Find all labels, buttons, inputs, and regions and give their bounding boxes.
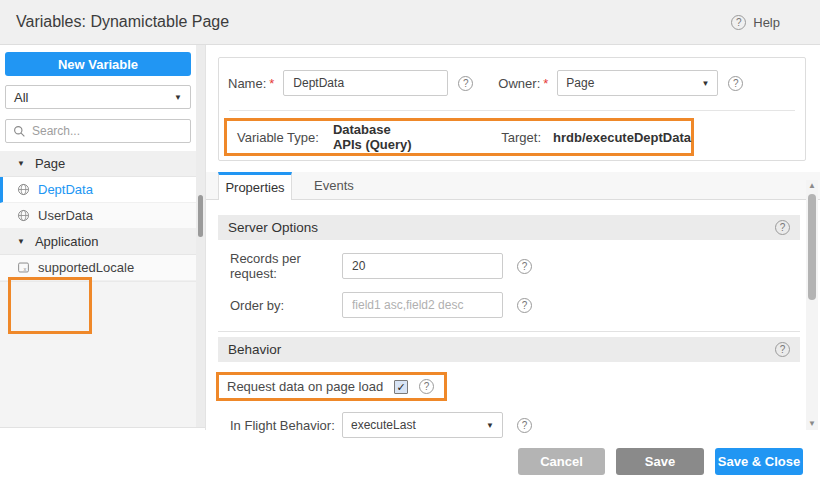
variables-sidebar: New Variable All ▼ ▼ Page DeptData bbox=[0, 45, 196, 428]
variable-detail-panel: Name: * ? Owner: * Page ▼ ? Variable Typ… bbox=[206, 45, 820, 430]
tab-label: Properties bbox=[225, 180, 284, 195]
help-icon[interactable]: ? bbox=[419, 379, 434, 394]
dialog-header: Variables: Dynamictable Page ? Help bbox=[0, 0, 820, 45]
collapse-arrow-icon: ▼ bbox=[17, 237, 25, 246]
server-options-section: Server Options ? Records per request: ? … bbox=[218, 215, 800, 332]
records-per-request-label: Records per request: bbox=[230, 251, 342, 281]
help-icon[interactable]: ? bbox=[458, 76, 473, 91]
in-flight-behavior-value: executeLast bbox=[351, 418, 416, 432]
help-label: Help bbox=[753, 15, 780, 30]
name-field[interactable] bbox=[283, 70, 448, 96]
help-icon[interactable]: ? bbox=[775, 342, 790, 357]
scroll-down-icon[interactable]: ▼ bbox=[806, 418, 818, 430]
owner-select[interactable]: Page ▼ bbox=[557, 70, 718, 96]
variable-type-highlight-box: Variable Type: Database APIs (Query) Tar… bbox=[224, 118, 694, 156]
name-label: Name: bbox=[228, 76, 266, 91]
server-options-header: Server Options ? bbox=[218, 215, 800, 240]
sidebar-item-userdata[interactable]: UserData bbox=[0, 203, 196, 229]
service-variable-icon bbox=[17, 183, 30, 196]
tab-events[interactable]: Events bbox=[292, 172, 376, 199]
section-title: Behavior bbox=[228, 342, 281, 357]
in-flight-behavior-label: In Flight Behavior: bbox=[230, 418, 342, 433]
tab-properties[interactable]: Properties bbox=[218, 172, 292, 200]
model-variable-icon: x bbox=[17, 261, 30, 274]
owner-value: Page bbox=[566, 76, 594, 90]
variable-type-value: Database APIs (Query) bbox=[333, 122, 419, 152]
sidebar-item-deptdata[interactable]: DeptData bbox=[0, 177, 196, 203]
save-button[interactable]: Save bbox=[616, 448, 704, 475]
variables-tree: ▼ Page DeptData UserData ▼ Application bbox=[0, 151, 196, 281]
section-bottom-border bbox=[218, 331, 800, 332]
help-icon[interactable]: ? bbox=[517, 418, 532, 433]
tree-item-label: DeptData bbox=[38, 182, 93, 197]
help-icon[interactable]: ? bbox=[517, 298, 532, 313]
behavior-section: Behavior ? Request data on page load ✓ ?… bbox=[218, 337, 800, 438]
chevron-down-icon: ▼ bbox=[701, 79, 709, 88]
help-icon[interactable]: ? bbox=[731, 15, 746, 30]
sidebar-scrollbar[interactable] bbox=[196, 45, 205, 428]
content-scrollbar-thumb[interactable] bbox=[808, 194, 816, 300]
behavior-header: Behavior ? bbox=[218, 337, 800, 362]
chevron-down-icon: ▼ bbox=[486, 421, 494, 430]
sidebar-scrollbar-thumb[interactable] bbox=[198, 195, 203, 237]
sidebar-item-supportedlocale[interactable]: x supportedLocale bbox=[0, 255, 196, 281]
search-input[interactable] bbox=[32, 124, 183, 138]
help-link[interactable]: ? Help bbox=[731, 15, 780, 30]
new-variable-button[interactable]: New Variable bbox=[5, 52, 191, 76]
collapse-arrow-icon: ▼ bbox=[17, 159, 25, 168]
service-variable-icon bbox=[17, 209, 30, 222]
required-marker: * bbox=[269, 76, 274, 91]
svg-text:x: x bbox=[24, 266, 27, 272]
chevron-down-icon: ▼ bbox=[174, 93, 182, 102]
scroll-up-icon[interactable]: ▲ bbox=[806, 180, 818, 192]
cancel-button[interactable]: Cancel bbox=[518, 448, 605, 475]
records-per-request-field[interactable] bbox=[342, 253, 503, 279]
variable-filter-select[interactable]: All ▼ bbox=[5, 85, 191, 109]
in-flight-behavior-select[interactable]: executeLast ▼ bbox=[342, 412, 503, 438]
tree-group-application[interactable]: ▼ Application bbox=[0, 229, 196, 255]
order-by-label: Order by: bbox=[230, 298, 342, 313]
variable-summary-box: Name: * ? Owner: * Page ▼ ? Variable Typ… bbox=[218, 57, 806, 161]
help-icon[interactable]: ? bbox=[517, 259, 532, 274]
order-by-field[interactable] bbox=[342, 292, 503, 318]
required-marker: * bbox=[543, 76, 548, 91]
tree-item-label: supportedLocale bbox=[38, 260, 134, 275]
detail-tabbar: Properties Events bbox=[206, 172, 820, 200]
help-icon[interactable]: ? bbox=[775, 220, 790, 235]
tree-group-label: Page bbox=[35, 156, 65, 171]
sidebar-filler bbox=[0, 281, 196, 427]
section-title: Server Options bbox=[228, 220, 318, 235]
content-scrollbar[interactable]: ▲ ▼ bbox=[806, 180, 818, 430]
search-icon bbox=[13, 125, 26, 138]
tab-label: Events bbox=[314, 178, 354, 193]
page-title: Variables: Dynamictable Page bbox=[16, 13, 229, 31]
dialog-footer: Cancel Save Save & Close bbox=[518, 448, 803, 475]
tree-item-label: UserData bbox=[38, 208, 93, 223]
variable-filter-value: All bbox=[14, 90, 28, 105]
variable-search-box[interactable] bbox=[5, 119, 191, 143]
help-icon[interactable]: ? bbox=[728, 76, 743, 91]
request-data-highlight-box: Request data on page load ✓ ? bbox=[216, 372, 447, 401]
target-value: hrdb/executeDeptData bbox=[553, 130, 691, 145]
owner-label: Owner: bbox=[498, 76, 540, 91]
form-divider bbox=[229, 110, 795, 111]
request-data-checkbox[interactable]: ✓ bbox=[394, 380, 408, 394]
tree-group-page[interactable]: ▼ Page bbox=[0, 151, 196, 177]
variable-type-label: Variable Type: bbox=[237, 130, 319, 145]
tree-group-label: Application bbox=[35, 234, 99, 249]
save-and-close-button[interactable]: Save & Close bbox=[715, 448, 803, 475]
target-label: Target: bbox=[501, 130, 541, 145]
request-data-label: Request data on page load bbox=[227, 379, 383, 394]
